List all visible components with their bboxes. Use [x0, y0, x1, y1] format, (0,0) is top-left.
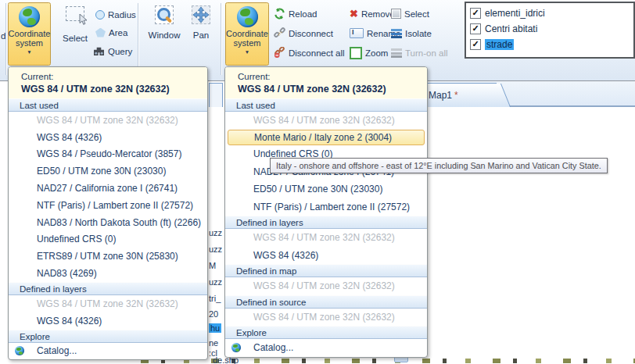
menu-item[interactable]: Undefined CRS (0)	[9, 231, 207, 248]
group-separator	[221, 3, 221, 75]
menu-item-catalog[interactable]: Catalog...	[9, 343, 207, 360]
select-layer-label: Select	[404, 9, 429, 19]
menu-item[interactable]: WGS 84 / UTM zone 32N (32632)	[9, 112, 207, 129]
menu-item[interactable]: NAD83 / North Dakota South (ft) (2266)	[9, 214, 207, 231]
radius-tool-button[interactable]: Radius	[95, 8, 136, 21]
menu-item[interactable]: NTF (Paris) / Lambert zone II (27572)	[9, 197, 207, 214]
pan-label: Pan	[193, 30, 209, 40]
chevron-down-icon: ▼	[27, 49, 31, 55]
disconnect-button[interactable]: Disconnect	[274, 27, 333, 40]
menu-section-header: Defined in layers	[225, 216, 427, 229]
disconnect-all-button[interactable]: Disconnect all	[274, 46, 345, 59]
menu-current-block: Current: WGS 84 / UTM zone 32N (32632)	[225, 67, 427, 98]
layer-visibility-panel: ✓elementi_idrici✓Centri abitati✓strade	[465, 2, 635, 59]
checkbox-icon[interactable]: ✓	[470, 8, 481, 19]
background-text-fragment: uzz	[209, 228, 222, 237]
select-tool-label: Select	[63, 34, 88, 43]
select-layer-button[interactable]: Select	[391, 7, 429, 20]
disconnect-label: Disconnect	[289, 29, 333, 38]
zoom-window-button[interactable]: Window	[145, 5, 183, 40]
menu-item[interactable]: ED50 / UTM zone 30N (23030)	[9, 162, 207, 180]
menu-item[interactable]: WGS 84 / UTM zone 32N (32632)	[225, 112, 427, 130]
group-separator	[5, 3, 6, 75]
checkbox-icon[interactable]: ✓	[470, 23, 481, 34]
menu-item[interactable]: WGS 84 (4326)	[225, 247, 427, 265]
menu-item[interactable]: WGS 84 (4326)	[9, 312, 207, 330]
coordinate-button-label: system	[16, 38, 43, 48]
zoom-window-icon	[155, 5, 174, 24]
menu-item-label: WGS 84 / UTM zone 32N (32632)	[253, 312, 395, 323]
group-separator	[138, 3, 138, 75]
menu-item-label: WGS 84 (4326)	[37, 316, 102, 327]
menu-item[interactable]: Monte Mario / Italy zone 2 (3004)	[228, 130, 425, 146]
menu-current-value: WGS 84 / UTM zone 32N (32632)	[21, 84, 204, 95]
rename-textbox-icon	[350, 28, 364, 38]
menu-item-label: WGS 84 / UTM zone 32N (32632)	[37, 298, 178, 309]
menu-item-label: ED50 / UTM zone 30N (23030)	[253, 184, 382, 194]
menu-item[interactable]: ED50 / UTM zone 30N (23030)	[225, 180, 427, 198]
select-tool-button[interactable]: Select	[57, 6, 93, 43]
layer-label: strade	[485, 39, 514, 50]
menu-item[interactable]: WGS 84 (4326)	[9, 129, 207, 146]
radius-circle-icon	[95, 10, 105, 20]
pan-button[interactable]: Pan	[188, 5, 214, 40]
background-text-fragment: tri_	[209, 294, 221, 303]
isolate-layers-icon	[391, 29, 402, 38]
menu-item[interactable]: WGS 84 / UTM zone 32N (32632)	[9, 295, 207, 312]
menu-item[interactable]: NAD83 (4269)	[9, 265, 207, 282]
chain-remove-icon	[274, 47, 285, 59]
isolate-button[interactable]: Isolate	[391, 27, 432, 40]
menu-item[interactable]: WGS 84 / UTM zone 32N (32632)	[225, 309, 427, 327]
layer-row[interactable]: ✓Centri abitati	[470, 21, 630, 37]
menu-item-label: NTF (Paris) / Lambert zone II (27572)	[37, 200, 193, 211]
menu-item-label: NAD83 (4269)	[37, 268, 97, 279]
tab-map1[interactable]: Map1*	[418, 83, 497, 107]
checkbox-icon[interactable]: ✓	[470, 39, 481, 50]
menu-item[interactable]: NTF (Paris) / Lambert zone II (27572)	[225, 198, 427, 216]
menu-item-label: WGS 84 / UTM zone 32N (32632)	[253, 280, 395, 291]
menu-current-label: Current:	[21, 72, 204, 81]
query-tool-button[interactable]: Query	[93, 45, 132, 58]
layers-gray-icon	[391, 48, 402, 58]
menu-section-header: Defined in source	[225, 295, 427, 309]
coordinate-system-button-layer[interactable]: Coordinate system ▼	[225, 2, 269, 66]
background-text-fragment: 20	[209, 309, 218, 319]
menu-section-header: Explore	[9, 330, 207, 343]
query-label: Query	[108, 47, 132, 56]
menu-item-catalog[interactable]: Catalog...	[225, 339, 427, 357]
chevron-down-icon: ▼	[245, 49, 249, 55]
turn-on-all-button: Turn-on all	[391, 46, 448, 59]
area-label: Area	[109, 28, 127, 37]
menu-section-header: Defined in layers	[9, 282, 207, 295]
layer-label: Centri abitati	[485, 23, 537, 34]
menu-sections: Last usedWGS 84 / UTM zone 32N (32632)Mo…	[225, 98, 427, 357]
menu-sections: Last usedWGS 84 / UTM zone 32N (32632)WG…	[9, 98, 207, 359]
radius-label: Radius	[108, 10, 136, 20]
crs-tooltip: Italy - onshore and offshore - east of 1…	[270, 158, 608, 173]
menu-item-label: ED50 / UTM zone 30N (23030)	[37, 166, 166, 177]
tab-label: Map1	[429, 90, 452, 101]
menu-item[interactable]: WGS 84 / UTM zone 32N (32632)	[225, 277, 427, 295]
background-text-fragment: hu	[209, 323, 221, 333]
layer-row[interactable]: ✓strade	[470, 37, 630, 52]
background-text-fragment: uzz	[209, 244, 222, 254]
area-tool-button[interactable]: Area	[95, 26, 127, 39]
menu-item[interactable]: NAD27 / California zone I (26741)	[9, 180, 207, 197]
zoom-frame-icon	[350, 47, 362, 59]
tab-dirty-marker: *	[454, 90, 458, 101]
background-text-fragment: uzz	[209, 277, 222, 287]
coordinate-system-button-map[interactable]: Coordinate system ▼	[8, 2, 51, 66]
menu-item-label: WGS 84 / UTM zone 32N (32632)	[253, 115, 395, 126]
menu-item[interactable]: WGS 84 / UTM zone 32N (32632)	[225, 229, 427, 247]
select-box-icon	[391, 9, 401, 19]
menu-item[interactable]: WGS 84 / Pseudo-Mercator (3857)	[9, 146, 207, 163]
menu-item-label: NAD27 / California zone I (26741)	[37, 183, 178, 194]
menu-section-header: Last used	[225, 98, 427, 112]
menu-item[interactable]: ETRS89 / UTM zone 30N (25830)	[9, 248, 207, 265]
zoom-to-layer-button[interactable]: Zoom	[350, 46, 388, 59]
layer-row[interactable]: ✓elementi_idrici	[470, 5, 630, 21]
menu-item-label: WGS 84 / UTM zone 32N (32632)	[253, 232, 395, 243]
menu-item-label: Catalog...	[37, 345, 77, 356]
remove-button[interactable]: ✖ Remove	[350, 7, 395, 20]
reload-button[interactable]: Reload	[274, 7, 317, 20]
